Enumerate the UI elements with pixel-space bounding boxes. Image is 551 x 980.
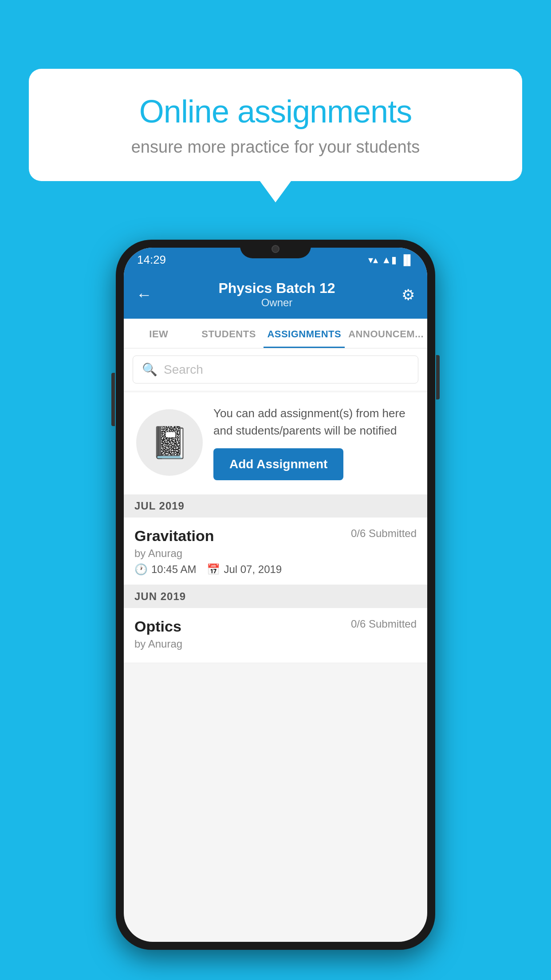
assignment-item-optics[interactable]: Optics 0/6 Submitted by Anurag <box>124 608 427 663</box>
signal-icon: ▲▮ <box>382 254 397 266</box>
phone-screen: 14:29 ▾▴ ▲▮ ▐▌ ← Physics Batch 12 Owner … <box>124 248 427 942</box>
header-center: Physics Batch 12 Owner <box>218 280 335 309</box>
assignment-title-optics: Optics <box>134 618 181 635</box>
bubble-subtitle: ensure more practice for your students <box>60 138 491 157</box>
bubble-title: Online assignments <box>60 93 491 130</box>
promo-description: You can add assignment(s) from here and … <box>213 405 415 439</box>
assignment-title-gravitation: Gravitation <box>134 527 214 545</box>
search-placeholder: Search <box>164 363 203 377</box>
assignment-submitted-gravitation: 0/6 Submitted <box>351 527 417 540</box>
app-header: ← Physics Batch 12 Owner ⚙ <box>124 272 427 319</box>
battery-icon: ▐▌ <box>400 254 414 266</box>
assignment-by-gravitation: by Anurag <box>134 547 417 560</box>
tab-students[interactable]: STUDENTS <box>194 319 264 348</box>
phone-notch <box>240 240 311 258</box>
meta-time-gravitation: 🕐 10:45 AM <box>134 563 196 576</box>
header-title: Physics Batch 12 <box>218 280 335 296</box>
section-header-jun: JUN 2019 <box>124 585 427 608</box>
status-icons: ▾▴ ▲▮ ▐▌ <box>368 254 414 266</box>
assignment-by-optics: by Anurag <box>134 638 417 650</box>
section-header-jul: JUL 2019 <box>124 494 427 518</box>
tab-assignments[interactable]: ASSIGNMENTS <box>264 319 345 348</box>
search-area: 🔍 Search <box>124 348 427 391</box>
promo-icon-circle: 📓 <box>136 409 203 476</box>
front-camera <box>272 245 279 253</box>
calendar-icon: 📅 <box>207 563 220 576</box>
promo-text-area: You can add assignment(s) from here and … <box>213 405 415 480</box>
assignment-time-gravitation: 10:45 AM <box>151 563 196 576</box>
promo-speech-bubble: Online assignments ensure more practice … <box>29 69 522 181</box>
tab-iew[interactable]: IEW <box>124 319 194 348</box>
search-icon: 🔍 <box>142 362 157 377</box>
add-assignment-button[interactable]: Add Assignment <box>213 448 343 480</box>
back-button[interactable]: ← <box>136 285 152 304</box>
notebook-icon: 📓 <box>150 424 189 461</box>
wifi-icon: ▾▴ <box>368 254 378 266</box>
promo-card: 📓 You can add assignment(s) from here an… <box>124 392 427 494</box>
assignment-date-gravitation: Jul 07, 2019 <box>224 563 282 576</box>
assignment-meta-gravitation: 🕐 10:45 AM 📅 Jul 07, 2019 <box>134 563 417 576</box>
header-subtitle: Owner <box>218 296 335 309</box>
tab-announcements[interactable]: ANNOUNCEM... <box>345 319 427 348</box>
settings-button[interactable]: ⚙ <box>401 286 415 304</box>
clock-icon: 🕐 <box>134 563 148 576</box>
status-time: 14:29 <box>137 253 166 267</box>
assignment-submitted-optics: 0/6 Submitted <box>351 618 417 630</box>
tabs-row: IEW STUDENTS ASSIGNMENTS ANNOUNCEM... <box>124 319 427 348</box>
search-bar[interactable]: 🔍 Search <box>133 356 418 383</box>
phone-device: 14:29 ▾▴ ▲▮ ▐▌ ← Physics Batch 12 Owner … <box>116 240 435 950</box>
assignment-item-gravitation[interactable]: Gravitation 0/6 Submitted by Anurag 🕐 10… <box>124 518 427 585</box>
meta-date-gravitation: 📅 Jul 07, 2019 <box>207 563 282 576</box>
